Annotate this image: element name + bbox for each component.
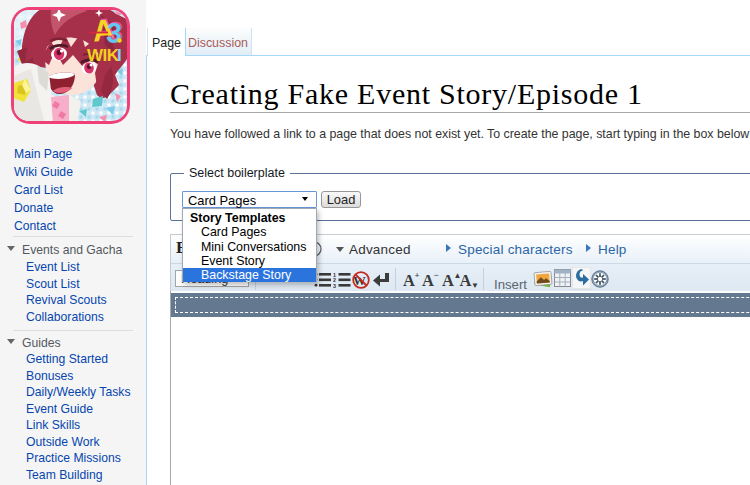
svg-text:A: A (442, 271, 454, 289)
svg-text:WIK: WIK (87, 46, 120, 65)
svg-text:+: + (415, 271, 420, 280)
svg-text:▼: ▼ (471, 281, 479, 289)
svg-text:3: 3 (333, 283, 336, 288)
svg-text:A: A (403, 271, 415, 289)
svg-text:A: A (460, 271, 472, 289)
svg-text:I: I (117, 46, 122, 65)
svg-text:3: 3 (106, 17, 123, 49)
svg-text:A: A (422, 271, 434, 289)
svg-text:−: − (434, 271, 439, 280)
